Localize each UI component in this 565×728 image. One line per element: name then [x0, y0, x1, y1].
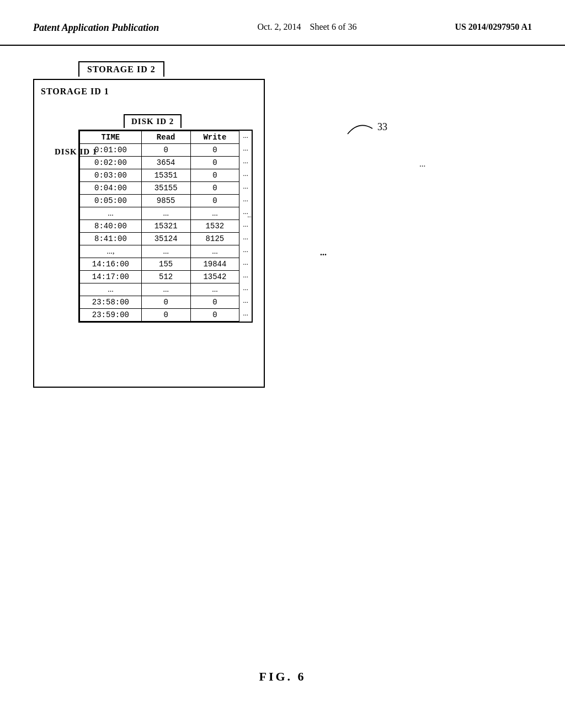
- disk-id-1-label: DISK ID 1: [55, 147, 97, 157]
- ref-number-area: 33: [342, 117, 387, 137]
- cell-write: 13542: [190, 271, 239, 283]
- cell-read: 0: [141, 296, 190, 309]
- cell-read: 15321: [141, 220, 190, 233]
- table-row: 0:03:00153510: [80, 169, 239, 182]
- table-row: 14:17:0051213542: [80, 271, 239, 283]
- cell-time: 14:16:00: [80, 258, 142, 271]
- cell-time: 8:41:00: [80, 233, 142, 245]
- cell-write: 0: [190, 144, 239, 157]
- cell-time: ...: [80, 207, 142, 220]
- cell-time: 0:02:00: [80, 157, 142, 169]
- cell-write: 19844: [190, 258, 239, 271]
- cell-read: 0: [141, 144, 190, 157]
- table-with-dots: TIME Read Write 0:01:00000:02:00365400:0…: [79, 131, 252, 322]
- table-row: 0:05:0098550: [80, 195, 239, 207]
- storage-id-1-box: STORAGE ID 2 STORAGE ID 1 DISK ID 2 DISK…: [33, 79, 265, 388]
- cell-write: 1532: [190, 220, 239, 233]
- cell-read: ...: [141, 207, 190, 220]
- cell-write: ...: [190, 283, 239, 296]
- col-read: Read: [141, 131, 190, 144]
- table-row: 0:04:00351550: [80, 182, 239, 195]
- cell-write: ...: [190, 245, 239, 258]
- data-table: TIME Read Write 0:01:00000:02:00365400:0…: [79, 131, 239, 322]
- cell-time: 0:04:00: [80, 182, 142, 195]
- far-right-vertical-dots: ···: [419, 162, 425, 171]
- cell-read: 0: [141, 309, 190, 322]
- outer-right-dots: ···: [247, 212, 253, 221]
- table-row: 8:40:00153211532: [80, 220, 239, 233]
- cell-write: 0: [190, 169, 239, 182]
- table-row: 8:41:00351248125: [80, 233, 239, 245]
- patent-number: US 2014/0297950 A1: [455, 22, 532, 32]
- cell-read: 35124: [141, 233, 190, 245]
- cell-write: 0: [190, 195, 239, 207]
- disk-id-2-tab: DISK ID 2: [124, 114, 182, 128]
- diagram-area: STORAGE ID 2 STORAGE ID 1 DISK ID 2 DISK…: [33, 79, 532, 388]
- cell-read: 35155: [141, 182, 190, 195]
- col-write: Write: [190, 131, 239, 144]
- figure-caption: FIG. 6: [259, 670, 306, 684]
- publication-label: Patent Application Publication: [33, 22, 159, 34]
- table-row: 14:16:0015519844: [80, 258, 239, 271]
- cell-read: 9855: [141, 195, 190, 207]
- cell-time: ...: [80, 283, 142, 296]
- cell-read: ...: [141, 283, 190, 296]
- table-row: .........: [80, 283, 239, 296]
- cell-time: 14:17:00: [80, 271, 142, 283]
- cell-time: 23:59:00: [80, 309, 142, 322]
- cell-time: ...,: [80, 245, 142, 258]
- cell-read: 3654: [141, 157, 190, 169]
- cell-write: 0: [190, 157, 239, 169]
- cell-read: ...: [141, 245, 190, 258]
- date-sheet-info: Oct. 2, 2014 Sheet 6 of 36: [257, 22, 356, 32]
- cell-read: 512: [141, 271, 190, 283]
- publication-date: Oct. 2, 2014: [257, 22, 301, 31]
- far-right-dots: ···: [320, 250, 327, 260]
- cell-time: 23:58:00: [80, 296, 142, 309]
- cell-time: 0:05:00: [80, 195, 142, 207]
- disk-id-1-box: DISK ID 2 DISK ID 1 TIME Read Write: [78, 130, 253, 323]
- cell-read: 15351: [141, 169, 190, 182]
- table-row: 0:01:0000: [80, 144, 239, 157]
- table-row: 0:02:0036540: [80, 157, 239, 169]
- cell-write: 8125: [190, 233, 239, 245]
- cell-write: 0: [190, 309, 239, 322]
- table-row: .........: [80, 207, 239, 220]
- cell-time: 8:40:00: [80, 220, 142, 233]
- col-time: TIME: [80, 131, 142, 144]
- table-row: 23:58:0000: [80, 296, 239, 309]
- cell-time: 0:03:00: [80, 169, 142, 182]
- table-row: ...,......: [80, 245, 239, 258]
- right-dots-column: ··· ··· ··· ··· ··· ··· ··· ··· ··· ··· …: [239, 131, 252, 322]
- table-row: 23:59:0000: [80, 309, 239, 322]
- cell-write: 0: [190, 296, 239, 309]
- cell-write: ...: [190, 207, 239, 220]
- cell-read: 155: [141, 258, 190, 271]
- ref-curve-icon: [342, 117, 375, 137]
- page-header: Patent Application Publication Oct. 2, 2…: [0, 0, 565, 46]
- ref-number: 33: [377, 121, 387, 133]
- table-header-row: TIME Read Write: [80, 131, 239, 144]
- main-content: STORAGE ID 2 STORAGE ID 1 DISK ID 2 DISK…: [0, 46, 565, 410]
- cell-write: 0: [190, 182, 239, 195]
- storage-id-1-label: STORAGE ID 1: [41, 87, 109, 97]
- storage-id-2-tab: STORAGE ID 2: [78, 61, 164, 77]
- sheet-info: Sheet 6 of 36: [310, 22, 357, 31]
